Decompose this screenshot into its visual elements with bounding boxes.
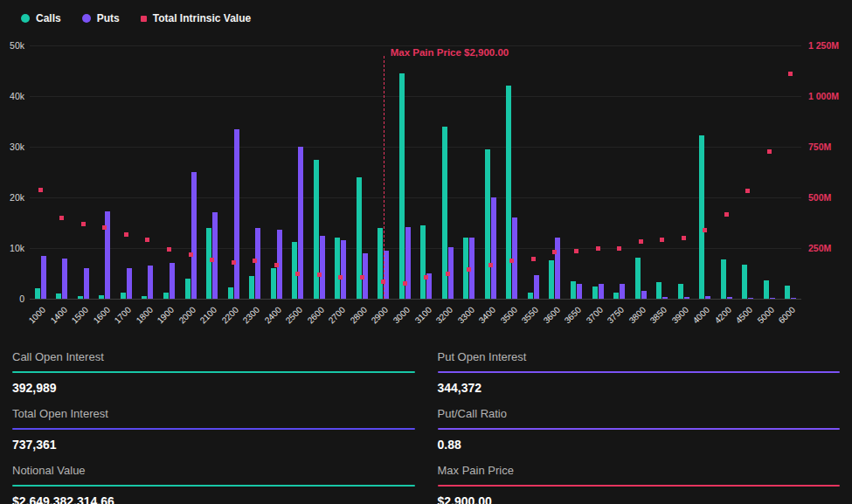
puts-bar xyxy=(62,259,67,299)
x-axis-label: 3100 xyxy=(412,305,433,326)
intrinsic-value-marker xyxy=(210,258,214,262)
calls-bar xyxy=(121,293,126,299)
right-axis-tick-label: 750M xyxy=(808,142,831,152)
x-axis-label: 3500 xyxy=(498,305,519,326)
puts-bar xyxy=(599,284,604,299)
puts-bar xyxy=(298,147,303,299)
intrinsic-swatch-icon xyxy=(141,16,147,22)
stat-accent-line xyxy=(438,371,841,373)
puts-bar xyxy=(212,212,218,299)
stat-total-open-interest: Total Open Interest737,361 xyxy=(12,397,415,454)
intrinsic-value-marker xyxy=(531,257,536,261)
stat-label: Call Open Interest xyxy=(12,350,415,363)
puts-bar xyxy=(127,268,132,299)
stat-label: Notional Value xyxy=(12,464,415,477)
intrinsic-value-marker xyxy=(253,259,257,263)
puts-bar xyxy=(491,197,496,299)
gridline xyxy=(30,248,801,249)
intrinsic-value-marker xyxy=(274,263,279,267)
puts-bar xyxy=(727,297,732,299)
puts-swatch-icon xyxy=(82,14,91,23)
x-axis-label: 2400 xyxy=(262,305,283,326)
x-axis-label: 3850 xyxy=(648,305,669,326)
x-axis-label: 1500 xyxy=(70,305,91,326)
stat-value: $2,900.00 xyxy=(438,494,841,504)
calls-bar xyxy=(142,296,147,299)
x-axis-label: 2900 xyxy=(370,305,391,326)
right-axis-tick-label: 500M xyxy=(808,192,831,203)
calls-bar xyxy=(764,280,769,299)
x-axis-label: 1600 xyxy=(91,305,112,326)
x-axis-label: 3750 xyxy=(606,305,627,326)
calls-bar xyxy=(785,286,790,299)
calls-bar xyxy=(485,149,490,299)
x-axis-label: 2200 xyxy=(219,305,240,326)
puts-bar xyxy=(791,298,796,299)
intrinsic-value-marker xyxy=(617,246,621,251)
legend-item-calls[interactable]: Calls xyxy=(21,12,61,24)
left-axis-tick-label: 0 xyxy=(0,293,24,304)
x-axis-label: 1900 xyxy=(156,305,177,326)
x-axis-line xyxy=(30,299,801,300)
x-axis-label: 4000 xyxy=(691,305,712,326)
calls-bar xyxy=(185,279,190,299)
calls-bar xyxy=(228,287,233,299)
calls-bar xyxy=(271,268,276,299)
calls-bar xyxy=(357,177,362,299)
options-max-pain-dashboard: CallsPutsTotal Intrinsic Value 010k20k30… xyxy=(0,0,852,504)
intrinsic-value-marker xyxy=(682,236,686,240)
calls-bar xyxy=(206,228,211,299)
intrinsic-value-marker xyxy=(81,222,86,226)
left-axis-tick-label: 10k xyxy=(0,243,24,253)
calls-bar xyxy=(249,276,254,299)
calls-bar xyxy=(314,160,319,300)
x-axis-label: 2500 xyxy=(284,305,305,326)
intrinsic-value-marker xyxy=(596,246,600,251)
intrinsic-value-marker xyxy=(102,225,107,230)
intrinsic-value-marker xyxy=(167,247,171,252)
calls-swatch-icon xyxy=(21,14,30,23)
legend-item-intrinsic[interactable]: Total Intrinsic Value xyxy=(141,12,251,24)
calls-bar xyxy=(35,288,40,299)
x-axis-label: 3800 xyxy=(627,305,648,326)
puts-bar xyxy=(641,291,647,299)
intrinsic-value-marker xyxy=(317,273,322,277)
x-axis-label: 3300 xyxy=(455,305,476,326)
puts-bar xyxy=(41,256,46,299)
puts-bar xyxy=(320,236,325,300)
puts-bar xyxy=(770,298,775,299)
x-axis-label: 2600 xyxy=(305,305,326,326)
calls-bar xyxy=(592,287,598,300)
legend-item-puts[interactable]: Puts xyxy=(82,12,120,24)
stat-call-open-interest: Call Open Interest392,989 xyxy=(12,341,415,397)
x-axis-label: 2700 xyxy=(327,305,348,326)
intrinsic-value-marker xyxy=(38,188,43,192)
calls-bar xyxy=(528,293,533,299)
x-axis-label: 3200 xyxy=(434,305,455,326)
x-axis-label: 3900 xyxy=(669,305,690,326)
intrinsic-value-marker xyxy=(788,72,793,76)
open-interest-chart[interactable]: 010k20k30k40k50k250M500M750M1 000M1 250M… xyxy=(0,31,852,337)
x-axis-label: 2800 xyxy=(348,305,369,326)
chart-legend: CallsPutsTotal Intrinsic Value xyxy=(0,0,852,31)
left-axis-tick-label: 30k xyxy=(0,142,24,152)
intrinsic-value-marker xyxy=(424,275,428,280)
intrinsic-value-marker xyxy=(488,263,493,267)
calls-bar xyxy=(635,258,641,299)
intrinsic-value-marker xyxy=(232,260,236,265)
intrinsic-value-marker xyxy=(145,238,149,242)
intrinsic-value-marker xyxy=(295,272,300,276)
max-pain-line xyxy=(384,56,384,299)
stat-label: Put Open Interest xyxy=(438,350,841,363)
calls-bar xyxy=(163,293,169,300)
right-axis-tick-label: 1 000M xyxy=(808,91,839,101)
x-axis-label: 3650 xyxy=(563,305,584,326)
intrinsic-value-marker xyxy=(446,272,450,276)
stat-put-open-interest: Put Open Interest344,372 xyxy=(438,341,841,397)
x-axis-label: 3550 xyxy=(520,305,541,326)
calls-bar xyxy=(335,238,340,299)
calls-bar xyxy=(571,281,576,299)
legend-label: Calls xyxy=(36,12,61,24)
intrinsic-value-marker xyxy=(59,216,64,220)
puts-bar xyxy=(620,284,625,299)
